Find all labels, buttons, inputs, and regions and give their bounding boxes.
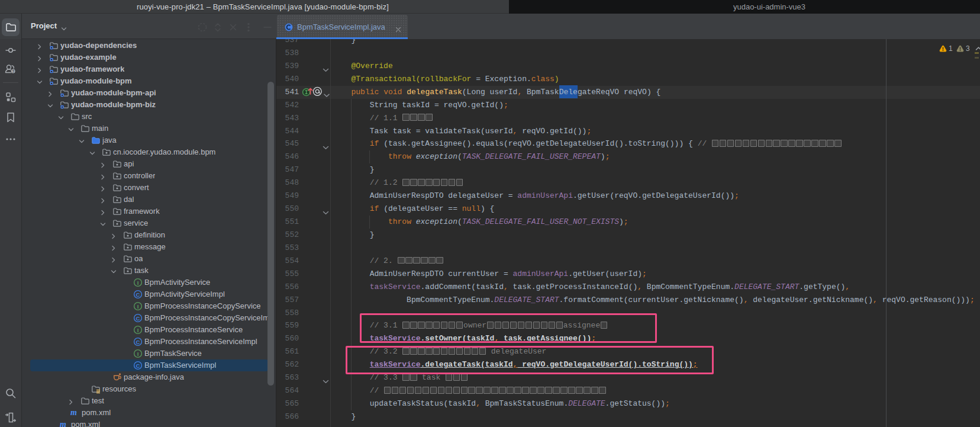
svg-text:C: C <box>136 315 140 322</box>
svg-text:C: C <box>136 362 140 369</box>
svg-text:?: ? <box>12 69 14 73</box>
svg-text:C: C <box>136 339 140 345</box>
svg-text:I: I <box>137 351 139 357</box>
svg-text:I: I <box>137 327 139 333</box>
svg-text:I: I <box>137 280 139 286</box>
svg-text:I: I <box>137 303 139 310</box>
svg-text:C: C <box>136 291 140 298</box>
